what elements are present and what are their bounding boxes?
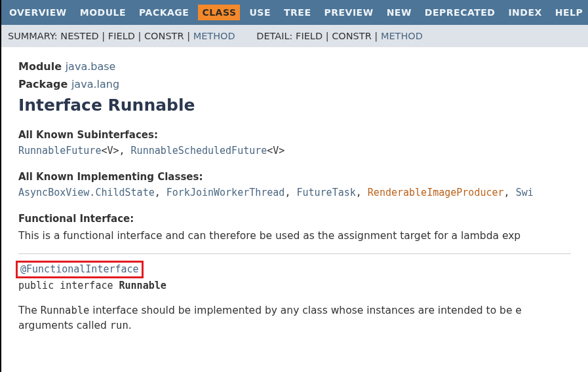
detail-label: DETAIL:: [256, 31, 292, 41]
summary-method-link[interactable]: METHOD: [193, 31, 235, 41]
implclasses-list: AsyncBoxView.ChildState, ForkJoinWorkerT…: [18, 187, 571, 198]
typename: Runnable: [119, 280, 167, 291]
page-title: Interface Runnable: [18, 96, 571, 115]
nav-module[interactable]: MODULE: [76, 5, 130, 20]
main-content: Module java.base Package java.lang Inter…: [1, 47, 588, 344]
detail-constr: CONSTR: [332, 31, 372, 41]
nav-tree[interactable]: TREE: [280, 5, 315, 20]
nav-new[interactable]: NEW: [383, 5, 416, 20]
modifiers: public interface: [18, 280, 119, 291]
implclass-link[interactable]: ForkJoinWorkerThread: [167, 187, 285, 198]
implclass-link[interactable]: FutureTask: [296, 187, 355, 198]
code-runnable: Runnable: [41, 305, 90, 316]
nav-overview[interactable]: OVERVIEW: [5, 5, 71, 20]
nav-help[interactable]: HELP: [551, 5, 587, 20]
subinterfaces-list: RunnableFuture<V>, RunnableScheduledFutu…: [18, 145, 571, 157]
sub-nav: SUMMARY: NESTED | FIELD | CONSTR | METHO…: [1, 25, 588, 47]
package-link[interactable]: java.lang: [71, 78, 119, 90]
summary-label: SUMMARY:: [8, 31, 58, 41]
implclass-link[interactable]: Swi: [516, 187, 534, 198]
functional-interface-annotation-link[interactable]: @FunctionalInterface: [20, 263, 139, 275]
type-param: <V>: [101, 145, 119, 157]
implclass-link[interactable]: RenderableImageProducer: [368, 187, 504, 198]
module-link[interactable]: java.base: [66, 60, 116, 73]
summary-field: FIELD: [108, 31, 135, 41]
subinterface-link[interactable]: RunnableFuture: [18, 145, 101, 157]
type-signature: public interface Runnable: [18, 280, 571, 291]
detail-field: FIELD: [296, 31, 323, 41]
functional-label: Functional Interface:: [18, 213, 571, 225]
nav-use[interactable]: USE: [245, 5, 275, 20]
nav-package[interactable]: PACKAGE: [135, 5, 193, 20]
separator: [18, 253, 571, 254]
top-nav: OVERVIEWMODULEPACKAGECLASSUSETREEPREVIEW…: [1, 0, 588, 25]
nav-index[interactable]: INDEX: [504, 5, 545, 20]
module-label: Module: [18, 60, 62, 73]
description-p1: The Runnable interface should be impleme…: [18, 303, 571, 318]
annotation-highlight: @FunctionalInterface: [16, 261, 144, 278]
nav-class[interactable]: CLASS: [198, 5, 240, 20]
description-p2: arguments called run.: [18, 318, 571, 333]
detail-method-link[interactable]: METHOD: [381, 31, 423, 41]
code-run: run: [110, 320, 128, 331]
summary-nested: NESTED: [60, 31, 98, 41]
implclasses-label: All Known Implementing Classes:: [18, 171, 571, 183]
subinterfaces-label: All Known Subinterfaces:: [18, 129, 571, 141]
implclass-link[interactable]: AsyncBoxView.ChildState: [18, 187, 155, 198]
nav-preview[interactable]: PREVIEW: [320, 5, 377, 20]
summary-constr: CONSTR: [144, 31, 184, 41]
functional-text: This is a functional interface and can t…: [18, 229, 571, 243]
subinterface-link[interactable]: RunnableScheduledFuture: [131, 145, 267, 157]
type-param: <V>: [267, 145, 284, 157]
nav-deprecated[interactable]: DEPRECATED: [421, 5, 500, 20]
package-label: Package: [18, 78, 68, 90]
